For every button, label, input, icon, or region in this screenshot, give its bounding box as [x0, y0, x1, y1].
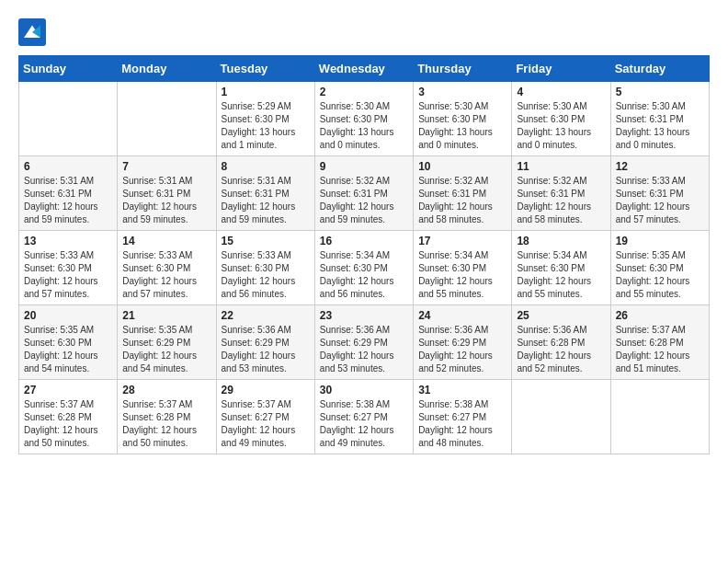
day-number: 18: [517, 235, 605, 247]
cell-content: Sunrise: 5:37 AM Sunset: 6:28 PM Dayligh…: [122, 398, 210, 450]
day-number: 24: [418, 309, 506, 322]
cell-content: Sunrise: 5:33 AM Sunset: 6:31 PM Dayligh…: [616, 175, 704, 226]
cell-content: Sunrise: 5:36 AM Sunset: 6:29 PM Dayligh…: [418, 324, 506, 375]
calendar-cell: 22Sunrise: 5:36 AM Sunset: 6:29 PM Dayli…: [216, 305, 314, 380]
day-number: 22: [222, 309, 310, 322]
calendar-week-row: 20Sunrise: 5:35 AM Sunset: 6:30 PM Dayli…: [19, 305, 710, 380]
logo: [18, 18, 50, 46]
day-number: 4: [517, 86, 605, 98]
calendar-cell: 19Sunrise: 5:35 AM Sunset: 6:30 PM Dayli…: [610, 231, 709, 305]
calendar-cell: 28Sunrise: 5:37 AM Sunset: 6:28 PM Dayli…: [118, 380, 216, 454]
calendar-cell: 4Sunrise: 5:30 AM Sunset: 6:30 PM Daylig…: [512, 82, 610, 156]
calendar-cell: 25Sunrise: 5:36 AM Sunset: 6:28 PM Dayli…: [512, 305, 610, 380]
cell-content: Sunrise: 5:38 AM Sunset: 6:27 PM Dayligh…: [418, 398, 506, 450]
calendar-cell: 24Sunrise: 5:36 AM Sunset: 6:29 PM Dayli…: [414, 305, 512, 380]
weekday-header: Friday: [512, 56, 610, 82]
cell-content: Sunrise: 5:36 AM Sunset: 6:29 PM Dayligh…: [320, 324, 408, 375]
cell-content: Sunrise: 5:30 AM Sunset: 6:30 PM Dayligh…: [320, 100, 408, 152]
cell-content: Sunrise: 5:37 AM Sunset: 6:28 PM Dayligh…: [616, 324, 704, 375]
calendar: SundayMondayTuesdayWednesdayThursdayFrid…: [18, 55, 710, 454]
day-number: 16: [320, 235, 408, 247]
calendar-cell: 1Sunrise: 5:29 AM Sunset: 6:30 PM Daylig…: [216, 82, 314, 156]
day-number: 6: [24, 160, 112, 173]
calendar-cell: 13Sunrise: 5:33 AM Sunset: 6:30 PM Dayli…: [19, 231, 118, 305]
calendar-cell: 17Sunrise: 5:34 AM Sunset: 6:30 PM Dayli…: [414, 231, 512, 305]
cell-content: Sunrise: 5:36 AM Sunset: 6:29 PM Dayligh…: [222, 324, 310, 375]
day-number: 7: [122, 160, 210, 173]
day-number: 26: [616, 309, 704, 322]
calendar-cell: 31Sunrise: 5:38 AM Sunset: 6:27 PM Dayli…: [414, 380, 512, 454]
cell-content: Sunrise: 5:31 AM Sunset: 6:31 PM Dayligh…: [24, 175, 112, 226]
calendar-cell: [610, 380, 709, 454]
day-number: 3: [418, 86, 506, 98]
day-number: 5: [616, 86, 704, 98]
cell-content: Sunrise: 5:34 AM Sunset: 6:30 PM Dayligh…: [418, 249, 506, 301]
cell-content: Sunrise: 5:31 AM Sunset: 6:31 PM Dayligh…: [222, 175, 310, 226]
calendar-cell: 15Sunrise: 5:33 AM Sunset: 6:30 PM Dayli…: [216, 231, 314, 305]
calendar-cell: 2Sunrise: 5:30 AM Sunset: 6:30 PM Daylig…: [314, 82, 413, 156]
day-number: 30: [320, 384, 408, 396]
cell-content: Sunrise: 5:32 AM Sunset: 6:31 PM Dayligh…: [517, 175, 605, 226]
cell-content: Sunrise: 5:34 AM Sunset: 6:30 PM Dayligh…: [320, 249, 408, 301]
calendar-cell: 5Sunrise: 5:30 AM Sunset: 6:31 PM Daylig…: [610, 82, 709, 156]
weekday-header: Sunday: [19, 56, 118, 82]
calendar-cell: 21Sunrise: 5:35 AM Sunset: 6:29 PM Dayli…: [118, 305, 216, 380]
calendar-cell: 12Sunrise: 5:33 AM Sunset: 6:31 PM Dayli…: [610, 156, 709, 231]
calendar-cell: 30Sunrise: 5:38 AM Sunset: 6:27 PM Dayli…: [314, 380, 413, 454]
weekday-header: Tuesday: [216, 56, 314, 82]
day-number: 28: [122, 384, 210, 396]
cell-content: Sunrise: 5:33 AM Sunset: 6:30 PM Dayligh…: [122, 249, 210, 301]
day-number: 15: [222, 235, 310, 247]
weekday-header: Wednesday: [314, 56, 413, 82]
day-number: 19: [616, 235, 704, 247]
cell-content: Sunrise: 5:35 AM Sunset: 6:30 PM Dayligh…: [616, 249, 704, 301]
cell-content: Sunrise: 5:37 AM Sunset: 6:28 PM Dayligh…: [24, 398, 112, 450]
day-number: 10: [418, 160, 506, 173]
day-number: 23: [320, 309, 408, 322]
calendar-cell: 3Sunrise: 5:30 AM Sunset: 6:30 PM Daylig…: [414, 82, 512, 156]
calendar-cell: [19, 82, 118, 156]
calendar-cell: 20Sunrise: 5:35 AM Sunset: 6:30 PM Dayli…: [19, 305, 118, 380]
cell-content: Sunrise: 5:35 AM Sunset: 6:30 PM Dayligh…: [24, 324, 112, 375]
calendar-cell: 23Sunrise: 5:36 AM Sunset: 6:29 PM Dayli…: [314, 305, 413, 380]
calendar-cell: [512, 380, 610, 454]
cell-content: Sunrise: 5:29 AM Sunset: 6:30 PM Dayligh…: [222, 100, 310, 152]
calendar-cell: 6Sunrise: 5:31 AM Sunset: 6:31 PM Daylig…: [19, 156, 118, 231]
day-number: 13: [24, 235, 112, 247]
day-number: 25: [517, 309, 605, 322]
cell-content: Sunrise: 5:32 AM Sunset: 6:31 PM Dayligh…: [320, 175, 408, 226]
weekday-header: Saturday: [610, 56, 709, 82]
cell-content: Sunrise: 5:37 AM Sunset: 6:27 PM Dayligh…: [222, 398, 310, 450]
calendar-cell: 7Sunrise: 5:31 AM Sunset: 6:31 PM Daylig…: [118, 156, 216, 231]
logo-icon: [18, 18, 46, 46]
cell-content: Sunrise: 5:35 AM Sunset: 6:29 PM Dayligh…: [122, 324, 210, 375]
cell-content: Sunrise: 5:32 AM Sunset: 6:31 PM Dayligh…: [418, 175, 506, 226]
calendar-cell: 29Sunrise: 5:37 AM Sunset: 6:27 PM Dayli…: [216, 380, 314, 454]
calendar-week-row: 13Sunrise: 5:33 AM Sunset: 6:30 PM Dayli…: [19, 231, 710, 305]
cell-content: Sunrise: 5:30 AM Sunset: 6:31 PM Dayligh…: [616, 100, 704, 152]
calendar-week-row: 1Sunrise: 5:29 AM Sunset: 6:30 PM Daylig…: [19, 82, 710, 156]
calendar-week-row: 27Sunrise: 5:37 AM Sunset: 6:28 PM Dayli…: [19, 380, 710, 454]
day-number: 2: [320, 86, 408, 98]
calendar-cell: 26Sunrise: 5:37 AM Sunset: 6:28 PM Dayli…: [610, 305, 709, 380]
calendar-cell: 10Sunrise: 5:32 AM Sunset: 6:31 PM Dayli…: [414, 156, 512, 231]
cell-content: Sunrise: 5:33 AM Sunset: 6:30 PM Dayligh…: [24, 249, 112, 301]
calendar-cell: 18Sunrise: 5:34 AM Sunset: 6:30 PM Dayli…: [512, 231, 610, 305]
cell-content: Sunrise: 5:30 AM Sunset: 6:30 PM Dayligh…: [418, 100, 506, 152]
cell-content: Sunrise: 5:31 AM Sunset: 6:31 PM Dayligh…: [122, 175, 210, 226]
day-number: 9: [320, 160, 408, 173]
day-number: 21: [122, 309, 210, 322]
day-number: 31: [418, 384, 506, 396]
day-number: 8: [222, 160, 310, 173]
day-number: 11: [517, 160, 605, 173]
calendar-header-row: SundayMondayTuesdayWednesdayThursdayFrid…: [19, 56, 710, 82]
day-number: 29: [222, 384, 310, 396]
cell-content: Sunrise: 5:36 AM Sunset: 6:28 PM Dayligh…: [517, 324, 605, 375]
calendar-cell: 11Sunrise: 5:32 AM Sunset: 6:31 PM Dayli…: [512, 156, 610, 231]
day-number: 17: [418, 235, 506, 247]
calendar-cell: 16Sunrise: 5:34 AM Sunset: 6:30 PM Dayli…: [314, 231, 413, 305]
calendar-cell: 14Sunrise: 5:33 AM Sunset: 6:30 PM Dayli…: [118, 231, 216, 305]
calendar-cell: 27Sunrise: 5:37 AM Sunset: 6:28 PM Dayli…: [19, 380, 118, 454]
cell-content: Sunrise: 5:33 AM Sunset: 6:30 PM Dayligh…: [222, 249, 310, 301]
page-header: [18, 18, 710, 46]
